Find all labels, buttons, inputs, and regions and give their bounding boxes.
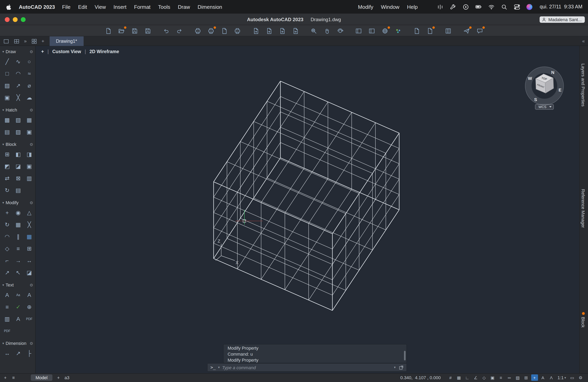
- plot-manager-icon[interactable]: [207, 27, 215, 35]
- gradient-icon[interactable]: ▧: [13, 114, 24, 126]
- publish-icon[interactable]: [278, 27, 286, 35]
- view-cube[interactable]: N E S W TOP FRONT WCS: [518, 62, 570, 114]
- gear-icon[interactable]: ⚙: [30, 283, 33, 287]
- command-input-bar[interactable]: >_ ▾ Type a command ▾: [207, 363, 407, 372]
- viewport-split-icon[interactable]: [14, 38, 20, 44]
- write-block-icon[interactable]: ◨: [24, 148, 35, 160]
- revision-cloud-icon[interactable]: ☁: [24, 92, 35, 103]
- palette-section-block[interactable]: ▾Block⚙: [0, 140, 36, 148]
- properties-palette-icon[interactable]: [355, 27, 363, 35]
- new-drawing-tab-button[interactable]: +: [42, 38, 44, 44]
- insert-block-icon[interactable]: ⊞: [1, 148, 13, 160]
- drawing-compare-icon[interactable]: [413, 27, 420, 35]
- apple-menu-icon[interactable]: [6, 3, 12, 10]
- command-scrollbar[interactable]: [404, 351, 406, 361]
- manage-attributes-icon[interactable]: ▣: [24, 160, 35, 172]
- export-pdf-icon[interactable]: PDF: [24, 313, 35, 325]
- save-icon[interactable]: [131, 27, 139, 35]
- gear-icon[interactable]: ⚙: [30, 200, 33, 205]
- close-window-button[interactable]: [5, 17, 10, 22]
- menu-file[interactable]: File: [62, 4, 71, 10]
- extend-icon[interactable]: ↔: [24, 254, 35, 267]
- measure-icon[interactable]: ↗: [13, 79, 24, 92]
- aligned-dimension-icon[interactable]: ↗: [13, 347, 24, 359]
- menu-insert[interactable]: Insert: [113, 4, 126, 10]
- match-properties-icon[interactable]: ⊞: [24, 243, 35, 254]
- viewport-single-icon[interactable]: [3, 38, 9, 44]
- align-icon[interactable]: ≡: [13, 243, 24, 254]
- tab-reference-manager[interactable]: Reference Manager: [581, 189, 586, 228]
- collapse-icon[interactable]: ▾: [2, 283, 4, 287]
- redo-icon[interactable]: [175, 27, 183, 35]
- control-center-icon[interactable]: [514, 3, 520, 10]
- undo-icon[interactable]: [162, 27, 170, 35]
- transparency-icon[interactable]: ▨: [514, 374, 521, 381]
- ellipse-icon[interactable]: ⌀: [24, 79, 35, 92]
- object-snap-icon[interactable]: ▣: [489, 374, 496, 381]
- multiline-text-icon[interactable]: A: [1, 289, 13, 301]
- move-icon[interactable]: +: [1, 207, 13, 219]
- region-icon[interactable]: ▣: [1, 92, 13, 103]
- layout-menu-icon[interactable]: ≡: [12, 375, 15, 380]
- pdf-options-icon[interactable]: PDF: [1, 325, 13, 337]
- trim-icon[interactable]: ╳: [24, 219, 35, 230]
- feedback-icon[interactable]: [476, 27, 484, 35]
- tab-layers-and-properties[interactable]: Layers and Properties: [581, 63, 586, 107]
- menu-draw[interactable]: Draw: [178, 4, 190, 10]
- sheet-set-manager-icon[interactable]: [444, 27, 452, 35]
- rectangular-array-icon[interactable]: ▦: [24, 230, 35, 243]
- layout-tab-a3[interactable]: a3: [64, 375, 70, 380]
- drawing-canvas[interactable]: ZX + | Custom View | 2D Wireframe N E S …: [36, 46, 579, 373]
- zoom-window-icon[interactable]: [310, 27, 318, 35]
- hatch-lines-icon[interactable]: ▨: [1, 79, 13, 92]
- offset-icon[interactable]: ∥: [13, 230, 24, 243]
- baseline-dimension-icon[interactable]: ├: [24, 347, 35, 359]
- edit-text-icon[interactable]: Aa: [13, 289, 24, 301]
- new-layout-button[interactable]: +: [57, 375, 60, 380]
- visual-style-button[interactable]: 2D Wireframe: [89, 49, 119, 54]
- view-name-button[interactable]: Custom View: [52, 49, 81, 54]
- model-tab[interactable]: Model: [31, 374, 52, 381]
- drawing-tab[interactable]: Drawing1*: [49, 36, 84, 46]
- palette-section-hatch[interactable]: ▾Hatch⚙: [0, 106, 36, 114]
- menu-format[interactable]: Format: [134, 4, 150, 10]
- erase-icon[interactable]: ◪: [24, 267, 35, 279]
- menu-view[interactable]: View: [95, 4, 106, 10]
- define-attributes-icon[interactable]: ◪: [13, 160, 24, 172]
- palette-section-modify[interactable]: ▾Modify⚙: [0, 199, 36, 207]
- solid-fill-icon[interactable]: ▨: [13, 126, 24, 138]
- compass-north[interactable]: N: [551, 70, 554, 75]
- menu-edit[interactable]: Edit: [78, 4, 87, 10]
- compass-west[interactable]: W: [528, 76, 532, 81]
- image-attach-icon[interactable]: ▣: [24, 126, 35, 138]
- recent-commands-caret-icon[interactable]: ▾: [394, 366, 396, 369]
- line-icon[interactable]: ╱: [1, 56, 13, 68]
- spell-check-icon[interactable]: ✓: [13, 301, 24, 313]
- screen-record-icon[interactable]: [462, 3, 469, 10]
- plot-icon[interactable]: [194, 27, 202, 35]
- justify-text-icon[interactable]: ≡: [1, 301, 13, 313]
- object-snap-tracking-icon[interactable]: ≡: [497, 374, 504, 381]
- app-menu-title[interactable]: AutoCAD 2023: [19, 4, 55, 10]
- minimize-window-button[interactable]: [13, 17, 18, 22]
- hatch-boundary-icon[interactable]: ▦: [24, 114, 35, 126]
- design-center-icon[interactable]: [368, 27, 376, 35]
- ortho-mode-icon[interactable]: ∟: [464, 374, 471, 381]
- etransmit-icon[interactable]: [291, 27, 299, 35]
- menu-tools[interactable]: Tools: [158, 4, 170, 10]
- annotation-scale-dropdown[interactable]: 1:1 ▾: [557, 375, 566, 380]
- edit-reference-icon[interactable]: ▤: [13, 184, 24, 196]
- underlay-icon[interactable]: ▥: [24, 172, 35, 184]
- wcs-label[interactable]: WCS: [538, 105, 546, 109]
- collapse-icon[interactable]: ▾: [2, 50, 4, 53]
- text-columns-icon[interactable]: ▥: [1, 313, 13, 325]
- break-icon[interactable]: ⌐: [1, 254, 13, 267]
- collapse-tabs-chevron[interactable]: «: [582, 38, 585, 44]
- battery-icon[interactable]: [475, 3, 482, 10]
- menu-modify[interactable]: Modify: [358, 4, 373, 10]
- arc-icon[interactable]: ◠: [13, 68, 24, 79]
- geolocation-icon[interactable]: [381, 27, 389, 35]
- gear-icon[interactable]: ⚙: [30, 142, 33, 146]
- circle-icon[interactable]: ○: [24, 56, 35, 68]
- find-text-icon[interactable]: ⊕: [24, 301, 35, 313]
